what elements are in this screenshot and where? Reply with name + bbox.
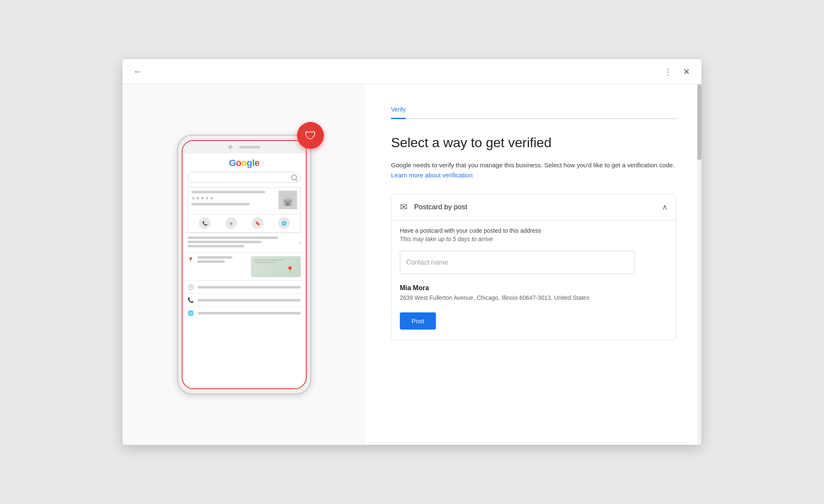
learn-more-link[interactable]: Learn more about verification xyxy=(391,171,472,179)
phone-icon: 📞 xyxy=(188,297,194,303)
address-line-2 xyxy=(197,260,225,263)
svg-rect-3 xyxy=(284,200,287,202)
scrollbar[interactable] xyxy=(697,84,701,445)
shield-badge: 🛡 xyxy=(297,122,324,149)
option-header[interactable]: ✉ Postcard by post ∧ xyxy=(391,194,676,220)
svg-rect-4 xyxy=(289,200,291,202)
phone-camera xyxy=(228,145,232,149)
directions-icon: ◈ xyxy=(225,217,237,229)
stars: ★★★★★ xyxy=(191,196,214,200)
close-button[interactable]: ✕ xyxy=(678,63,695,80)
more-options-button[interactable]: ⋮ xyxy=(660,63,676,80)
map-lines xyxy=(254,260,284,263)
phone-search-bar xyxy=(188,172,301,183)
left-panel: 🛡 Google xyxy=(123,84,366,445)
website-line xyxy=(198,312,301,314)
website-row: 🌐 xyxy=(183,307,306,320)
shield-icon: 🛡 xyxy=(305,129,316,143)
option-note: This may take up to 5 days to arrive xyxy=(400,236,668,242)
dialog: ← ⋮ ✕ 🛡 xyxy=(123,59,701,445)
verify-description: Google needs to verify that you manage t… xyxy=(391,160,676,180)
page-heading: Select a way to get verified xyxy=(391,134,676,152)
option-title: Postcard by post xyxy=(414,203,467,211)
business-line-2 xyxy=(191,203,250,205)
header-left: ← xyxy=(129,63,146,80)
phone-top xyxy=(183,141,306,153)
map-pin-icon: 📍 xyxy=(286,266,294,274)
phone-section-1: › xyxy=(183,233,306,252)
globe-icon: 🌐 xyxy=(188,310,194,316)
business-name: Mia Mora xyxy=(400,284,668,292)
business-name-line xyxy=(191,191,265,193)
verify-desc-text: Google needs to verify that you manage t… xyxy=(391,161,675,169)
search-icon xyxy=(291,174,297,180)
content-line-1 xyxy=(188,236,278,239)
store-icon xyxy=(279,191,297,209)
chevron-right-icon: › xyxy=(299,240,301,246)
more-options-icon: ⋮ xyxy=(664,67,672,77)
google-logo: Google xyxy=(189,158,299,169)
hours-row: 🕐 xyxy=(183,281,306,294)
map-section: 📍 📍 xyxy=(183,252,306,281)
verify-tab[interactable]: Verify xyxy=(391,101,406,119)
contact-name-input[interactable] xyxy=(400,251,635,274)
post-button[interactable]: Post xyxy=(400,312,436,330)
phone-line xyxy=(198,299,301,301)
scrollbar-thumb[interactable] xyxy=(697,84,701,160)
chevron-up-icon: ∧ xyxy=(662,203,668,212)
phone-business-card: ★★★★★ 📞 ◈ 🔖 🌐 xyxy=(188,187,301,233)
header-right: ⋮ ✕ xyxy=(660,63,695,80)
clock-icon: 🕐 xyxy=(188,284,194,290)
phone-mockup: Google xyxy=(177,135,311,395)
mail-icon: ✉ xyxy=(400,202,407,213)
hours-line xyxy=(198,286,301,288)
phone-row: 📞 xyxy=(183,294,306,307)
close-icon: ✕ xyxy=(683,67,690,77)
stars-row: ★★★★★ xyxy=(191,196,276,200)
action-icons: 📞 ◈ 🔖 🌐 xyxy=(191,214,297,229)
phone-speaker xyxy=(239,146,260,148)
website-icon: 🌐 xyxy=(278,217,290,229)
address-line-1 xyxy=(197,256,232,259)
phone-inner: Google xyxy=(182,140,307,389)
postcard-option: ✉ Postcard by post ∧ Have a postcard wit… xyxy=(391,194,676,340)
content-line-3 xyxy=(188,245,244,247)
location-icon: 📍 xyxy=(188,257,194,263)
option-description: Have a postcard with your code posted to… xyxy=(400,227,668,234)
right-panel: Verify Select a way to get verified Goog… xyxy=(366,84,701,445)
svg-rect-2 xyxy=(286,202,289,206)
dialog-header: ← ⋮ ✕ xyxy=(123,59,701,84)
content-line-2 xyxy=(188,241,261,243)
tab-bar: Verify xyxy=(391,101,676,119)
option-body: Have a postcard with your code posted to… xyxy=(391,220,676,340)
business-address: 2639 West Fullerton Avenue, Chicago, Ill… xyxy=(400,294,668,302)
save-icon: 🔖 xyxy=(252,217,263,229)
call-icon: 📞 xyxy=(199,217,211,229)
back-icon: ← xyxy=(133,67,142,76)
dialog-body: 🛡 Google xyxy=(123,84,701,445)
option-header-left: ✉ Postcard by post xyxy=(400,202,467,213)
google-logo-area: Google xyxy=(183,153,306,172)
map-thumbnail: 📍 xyxy=(251,256,301,277)
svg-marker-1 xyxy=(283,195,293,199)
back-button[interactable]: ← xyxy=(129,63,146,80)
